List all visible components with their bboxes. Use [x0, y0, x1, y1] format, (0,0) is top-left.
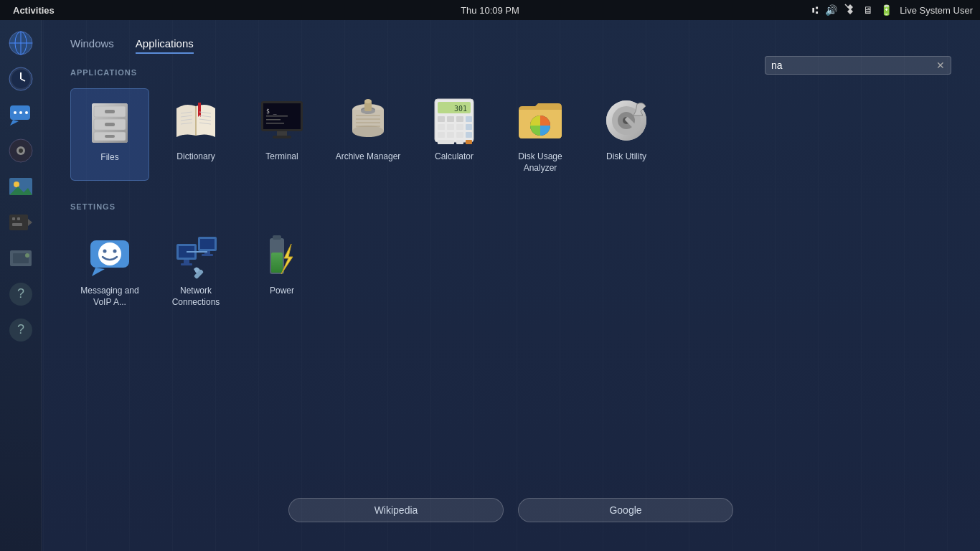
tab-applications[interactable]: Applications — [136, 34, 194, 54]
svg-rect-81 — [447, 132, 454, 138]
search-input[interactable] — [771, 60, 936, 71]
app-item-power[interactable]: Power — [242, 222, 321, 315]
topbar-datetime: Thu 10:09 PM — [461, 5, 519, 16]
sidebar-item-unknown1[interactable]: ? — [5, 278, 37, 310]
svg-rect-75 — [466, 116, 472, 122]
svg-rect-54 — [266, 119, 281, 121]
monitor-icon[interactable]: 🖥 — [863, 4, 873, 16]
network-label: Network Connections — [162, 286, 230, 308]
disk-utility-label: Disk Utility — [606, 151, 646, 163]
svg-point-12 — [19, 111, 22, 114]
svg-rect-111 — [273, 235, 281, 240]
sidebar-item-video[interactable] — [5, 207, 37, 238]
svg-marker-95 — [92, 268, 105, 276]
activities-button[interactable]: Activities — [7, 4, 60, 17]
svg-rect-84 — [438, 140, 454, 144]
svg-rect-57 — [273, 136, 291, 138]
svg-text:$ _: $ _ — [266, 108, 277, 115]
svg-line-0 — [845, 4, 849, 8]
files-icon — [85, 96, 135, 146]
user-label: Live System User — [900, 5, 973, 16]
app-item-disk-usage[interactable]: Disk Usage Analyzer — [501, 88, 580, 181]
settings-section-label: SETTINGS — [70, 202, 951, 211]
search-clear-button[interactable]: ✕ — [936, 60, 945, 71]
svg-rect-85 — [456, 140, 463, 144]
bottom-search-buttons: Wikipedia Google — [42, 498, 980, 522]
svg-rect-86 — [466, 140, 472, 144]
main-content: Windows Applications ✕ APPLICATIONS — [42, 20, 980, 551]
svg-point-13 — [25, 111, 28, 114]
accessibility-icon[interactable]: ⑆ — [812, 4, 818, 16]
app-item-calculator[interactable]: 301 — [415, 88, 494, 181]
app-item-messaging[interactable]: Messaging and VoIP A... — [70, 222, 149, 315]
sidebar-item-unknown2[interactable]: ? — [5, 314, 37, 346]
app-item-files[interactable]: Files — [70, 88, 149, 181]
battery-icon[interactable]: 🔋 — [880, 4, 892, 16]
messaging-icon — [85, 230, 135, 280]
svg-point-96 — [98, 242, 121, 265]
app-item-dictionary[interactable]: Dictionary — [156, 88, 235, 181]
app-item-network[interactable]: Network Connections — [156, 222, 235, 315]
svg-rect-102 — [181, 263, 192, 265]
search-bar[interactable]: ✕ — [765, 56, 951, 75]
svg-text:?: ? — [17, 286, 24, 301]
svg-rect-39 — [105, 135, 115, 138]
svg-rect-55 — [266, 123, 284, 124]
settings-grid: Messaging and VoIP A... — [70, 222, 951, 315]
archive-manager-label: Archive Manager — [336, 151, 401, 163]
disk-usage-icon — [515, 95, 565, 146]
svg-rect-73 — [447, 116, 454, 122]
svg-point-97 — [103, 250, 107, 253]
svg-rect-53 — [266, 116, 288, 117]
svg-rect-113 — [271, 253, 283, 273]
applications-grid: Files — [70, 88, 951, 181]
messaging-label: Messaging and VoIP A... — [76, 286, 143, 308]
sidebar-item-photos[interactable] — [5, 171, 37, 202]
svg-rect-83 — [466, 132, 472, 138]
svg-rect-79 — [466, 124, 472, 130]
bluetooth-icon[interactable] — [844, 4, 856, 17]
svg-rect-35 — [105, 110, 115, 113]
svg-rect-74 — [456, 116, 463, 122]
svg-marker-21 — [28, 219, 32, 226]
sidebar-item-disk[interactable] — [5, 242, 37, 274]
files-label: Files — [100, 152, 118, 164]
svg-text:301: 301 — [454, 105, 467, 113]
sidebar-item-sound[interactable] — [5, 135, 37, 166]
svg-text:?: ? — [17, 322, 24, 336]
svg-rect-77 — [447, 124, 454, 130]
svg-rect-20 — [9, 215, 28, 230]
wikipedia-button[interactable]: Wikipedia — [288, 498, 504, 522]
svg-point-64 — [364, 99, 372, 103]
app-item-archive-manager[interactable]: Archive Manager — [329, 88, 407, 181]
terminal-label: Terminal — [265, 151, 298, 163]
svg-rect-82 — [456, 132, 463, 138]
power-label: Power — [270, 286, 294, 297]
sidebar-item-browser[interactable] — [5, 27, 37, 59]
disk-usage-label: Disk Usage Analyzer — [507, 151, 574, 174]
calculator-label: Calculator — [435, 151, 473, 163]
svg-rect-22 — [12, 217, 15, 220]
svg-rect-56 — [277, 131, 287, 136]
tab-windows[interactable]: Windows — [70, 34, 114, 54]
nav-tabs: Windows Applications — [70, 34, 951, 54]
svg-rect-106 — [202, 254, 213, 256]
svg-rect-78 — [456, 124, 463, 130]
svg-rect-37 — [105, 123, 115, 126]
svg-marker-10 — [10, 120, 19, 126]
sidebar-item-chat[interactable] — [5, 99, 37, 131]
svg-rect-101 — [184, 260, 189, 263]
app-item-terminal[interactable]: $ _ Terminal — [242, 88, 321, 181]
dictionary-label: Dictionary — [176, 151, 215, 163]
svg-point-18 — [14, 182, 19, 187]
google-button[interactable]: Google — [518, 498, 733, 522]
app-item-disk-utility[interactable]: Disk Utility — [587, 88, 666, 181]
svg-point-16 — [19, 149, 23, 153]
sidebar: ? ? — [0, 20, 42, 551]
dictionary-icon — [171, 95, 221, 146]
sidebar-item-clock[interactable] — [5, 63, 37, 95]
topbar: Activities Thu 10:09 PM ⑆ 🔊 🖥 🔋 Live Sys… — [0, 0, 980, 20]
volume-icon[interactable]: 🔊 — [825, 4, 837, 16]
network-icon — [171, 230, 221, 280]
disk-utility-icon — [601, 95, 651, 146]
